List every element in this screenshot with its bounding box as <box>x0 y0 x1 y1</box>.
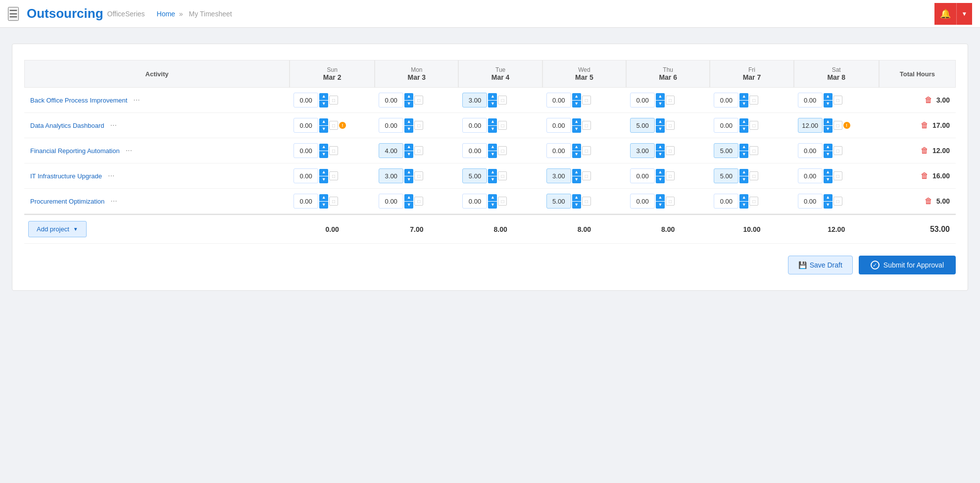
row-menu-button[interactable]: ··· <box>108 121 119 130</box>
hour-input-r4-d5[interactable] <box>714 194 738 209</box>
spin-down-r1-d6[interactable]: ▼ <box>824 126 833 133</box>
spin-down-r2-d5[interactable]: ▼ <box>739 151 748 158</box>
spin-down-r3-d2[interactable]: ▼ <box>488 176 497 183</box>
delete-row-button-0[interactable]: 🗑 <box>923 96 934 105</box>
spin-down-r1-d5[interactable]: ▼ <box>739 126 748 133</box>
spin-up-r0-d4[interactable]: ▲ <box>656 93 665 100</box>
note-button-r0-d4[interactable]: □ <box>666 96 675 105</box>
spin-up-r1-d1[interactable]: ▲ <box>404 118 413 125</box>
note-button-r0-d1[interactable]: □ <box>414 96 423 105</box>
spin-up-r1-d5[interactable]: ▲ <box>739 118 748 125</box>
spin-down-r0-d5[interactable]: ▼ <box>739 101 748 107</box>
hour-input-r2-d1[interactable] <box>379 143 403 158</box>
hour-input-r4-d1[interactable] <box>379 194 403 209</box>
hour-input-r2-d5[interactable] <box>714 143 738 158</box>
hour-input-r0-d6[interactable] <box>798 93 823 107</box>
spin-up-r4-d2[interactable]: ▲ <box>488 194 497 201</box>
delete-row-button-3[interactable]: 🗑 <box>919 171 931 180</box>
spin-down-r1-d3[interactable]: ▼ <box>572 126 581 133</box>
hour-input-r1-d4[interactable] <box>630 118 655 133</box>
note-button-r1-d3[interactable]: □ <box>582 121 591 130</box>
note-button-r3-d3[interactable]: □ <box>582 171 591 180</box>
hour-input-r1-d3[interactable] <box>546 118 571 133</box>
hour-input-r0-d1[interactable] <box>379 93 403 107</box>
spin-up-r3-d6[interactable]: ▲ <box>824 169 833 176</box>
note-button-r0-d6[interactable]: □ <box>833 96 842 105</box>
note-button-r0-d3[interactable]: □ <box>582 96 591 105</box>
note-button-r3-d5[interactable]: □ <box>749 171 758 180</box>
spin-down-r4-d3[interactable]: ▼ <box>572 202 581 209</box>
spin-up-r0-d6[interactable]: ▲ <box>824 93 833 100</box>
spin-up-r3-d1[interactable]: ▲ <box>404 169 413 176</box>
submit-approval-button[interactable]: ✓ Submit for Approval <box>859 256 956 274</box>
breadcrumb-home[interactable]: Home <box>157 10 175 18</box>
spin-down-r0-d3[interactable]: ▼ <box>572 101 581 107</box>
spin-down-r4-d2[interactable]: ▼ <box>488 202 497 209</box>
spin-up-r3-d0[interactable]: ▲ <box>319 169 328 176</box>
note-button-r2-d4[interactable]: □ <box>666 146 675 155</box>
hour-input-r3-d6[interactable] <box>798 168 823 183</box>
note-button-r3-d1[interactable]: □ <box>414 171 423 180</box>
spin-up-r4-d0[interactable]: ▲ <box>319 194 328 201</box>
spin-down-r2-d3[interactable]: ▼ <box>572 151 581 158</box>
spin-down-r0-d1[interactable]: ▼ <box>404 101 413 107</box>
spin-down-r1-d4[interactable]: ▼ <box>656 126 665 133</box>
spin-up-r3-d4[interactable]: ▲ <box>656 169 665 176</box>
hour-input-r0-d5[interactable] <box>714 93 738 107</box>
note-button-r2-d2[interactable]: □ <box>498 146 507 155</box>
spin-up-r3-d5[interactable]: ▲ <box>739 169 748 176</box>
spin-down-r1-d2[interactable]: ▼ <box>488 126 497 133</box>
delete-row-button-4[interactable]: 🗑 <box>923 197 934 206</box>
row-menu-button[interactable]: ··· <box>108 197 119 206</box>
hour-input-r3-d4[interactable] <box>630 168 655 183</box>
spin-up-r0-d1[interactable]: ▲ <box>404 93 413 100</box>
spin-down-r4-d0[interactable]: ▼ <box>319 202 328 209</box>
hour-input-r3-d1[interactable] <box>379 168 403 183</box>
spin-up-r2-d5[interactable]: ▲ <box>739 144 748 151</box>
spin-up-r1-d4[interactable]: ▲ <box>656 118 665 125</box>
spin-up-r1-d0[interactable]: ▲ <box>319 118 328 125</box>
hour-input-r0-d0[interactable] <box>294 93 318 107</box>
hour-input-r2-d4[interactable] <box>630 143 655 158</box>
spin-down-r2-d6[interactable]: ▼ <box>824 151 833 158</box>
note-button-r2-d0[interactable]: □ <box>329 146 338 155</box>
hour-input-r4-d2[interactable] <box>462 194 487 209</box>
note-button-r3-d4[interactable]: □ <box>666 171 675 180</box>
spin-up-r2-d3[interactable]: ▲ <box>572 144 581 151</box>
note-button-r1-d6[interactable]: □ <box>833 121 842 130</box>
hour-input-r2-d2[interactable] <box>462 143 487 158</box>
hour-input-r4-d4[interactable] <box>630 194 655 209</box>
hour-input-r3-d0[interactable] <box>294 168 318 183</box>
spin-down-r0-d2[interactable]: ▼ <box>488 101 497 107</box>
spin-down-r2-d0[interactable]: ▼ <box>319 151 328 158</box>
hour-input-r1-d1[interactable] <box>379 118 403 133</box>
hour-input-r2-d0[interactable] <box>294 143 318 158</box>
spin-down-r1-d1[interactable]: ▼ <box>404 126 413 133</box>
note-button-r3-d6[interactable]: □ <box>833 171 842 180</box>
hour-input-r3-d3[interactable] <box>546 168 571 183</box>
spin-down-r4-d5[interactable]: ▼ <box>739 202 748 209</box>
spin-up-r3-d2[interactable]: ▲ <box>488 169 497 176</box>
hour-input-r2-d3[interactable] <box>546 143 571 158</box>
spin-down-r3-d1[interactable]: ▼ <box>404 176 413 183</box>
spin-up-r0-d3[interactable]: ▲ <box>572 93 581 100</box>
spin-up-r0-d2[interactable]: ▲ <box>488 93 497 100</box>
hour-input-r2-d6[interactable] <box>798 143 823 158</box>
spin-up-r0-d5[interactable]: ▲ <box>739 93 748 100</box>
note-button-r4-d0[interactable]: □ <box>329 197 338 206</box>
spin-down-r3-d3[interactable]: ▼ <box>572 176 581 183</box>
delete-row-button-2[interactable]: 🗑 <box>919 146 931 155</box>
spin-up-r4-d3[interactable]: ▲ <box>572 194 581 201</box>
hour-input-r3-d2[interactable] <box>462 168 487 183</box>
row-menu-button[interactable]: ··· <box>124 146 134 155</box>
spin-down-r0-d6[interactable]: ▼ <box>824 101 833 107</box>
spin-down-r3-d6[interactable]: ▼ <box>824 176 833 183</box>
spin-down-r4-d4[interactable]: ▼ <box>656 202 665 209</box>
hour-input-r3-d5[interactable] <box>714 168 738 183</box>
spin-up-r1-d3[interactable]: ▲ <box>572 118 581 125</box>
note-button-r4-d4[interactable]: □ <box>666 197 675 206</box>
note-button-r1-d4[interactable]: □ <box>666 121 675 130</box>
note-button-r0-d0[interactable]: □ <box>329 96 338 105</box>
row-menu-button[interactable]: ··· <box>131 96 142 105</box>
hour-input-r1-d5[interactable] <box>714 118 738 133</box>
